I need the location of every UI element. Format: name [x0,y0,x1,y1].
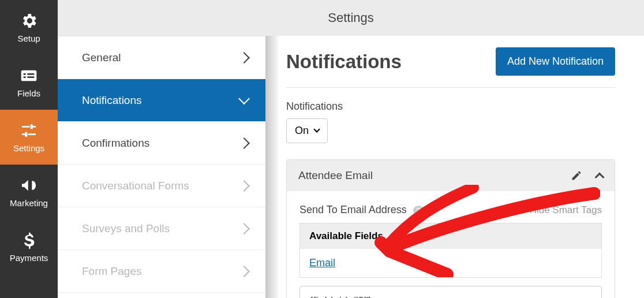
dollar-icon [20,231,38,249]
rail-payments-label: Payments [10,253,48,263]
panel-title: Attendee Email [298,169,373,182]
svg-rect-0 [21,70,37,81]
sliders-icon [20,121,38,140]
sub-general-label: General [82,51,121,64]
available-fields-box: Available Fields Email [299,223,602,278]
tags-icon [517,206,526,215]
rail-marketing[interactable]: Marketing [0,165,58,219]
rail-payments[interactable]: Payments [0,219,58,274]
rail-fields-label: Fields [17,88,40,98]
page-title: Notifications [286,51,402,73]
sub-conversational-label: Conversational Forms [82,180,189,192]
chevron-up-icon[interactable] [595,173,605,182]
send-to-input[interactable] [299,286,602,298]
panel-header: Attendee Email [287,160,615,191]
notifications-toggle[interactable]: On [286,118,328,143]
rail-fields[interactable]: Fields [0,55,58,110]
topbar-title: Settings [328,10,374,25]
sub-confirmations-label: Confirmations [82,137,149,150]
send-to-label: Send To Email Address ? [299,204,424,216]
sub-notifications-label: Notifications [82,94,142,107]
chevron-right-icon [238,137,250,149]
svg-rect-2 [24,76,26,78]
chevron-right-icon [238,180,250,192]
topbar: Settings [58,0,644,36]
hide-smart-tags[interactable]: Hide Smart Tags [517,204,602,216]
svg-rect-3 [27,73,34,75]
rail-settings-label: Settings [13,143,44,153]
sub-pages-label: Form Pages [82,265,141,278]
bullhorn-icon [20,176,38,195]
rail-marketing-label: Marketing [10,198,48,208]
chevron-down-icon [238,93,250,105]
chevron-right-icon [238,266,250,277]
available-fields-header: Available Fields [300,224,601,249]
hide-tags-label: Hide Smart Tags [530,204,602,216]
main-header: Notifications Add New Notification [286,47,615,88]
rail-setup[interactable]: Setup [0,0,58,55]
sub-notifications[interactable]: Notifications [58,79,265,122]
main-panel: Notifications Add New Notification Notif… [265,0,644,298]
svg-rect-4 [27,76,34,78]
chevron-right-icon [238,223,250,234]
pencil-icon[interactable] [571,170,582,181]
settings-submenu: General Notifications Confirmations Conv… [58,36,265,298]
chevron-down-icon [313,126,320,132]
notification-panel: Attendee Email Send To Email Address ? H… [286,159,615,298]
rail-setup-label: Setup [17,33,40,43]
help-icon[interactable]: ? [413,206,424,216]
sub-surveys-label: Surveys and Polls [82,222,170,235]
toggle-label: Notifications [286,100,615,113]
chevron-right-icon [238,52,250,64]
sub-conversational[interactable]: Conversational Forms [58,165,265,207]
gear-icon [20,12,38,30]
left-rail: Setup Fields Settings Marketing Payments [0,0,58,298]
sub-surveys[interactable]: Surveys and Polls [58,207,265,250]
sub-confirmations[interactable]: Confirmations [58,122,265,165]
list-icon [20,66,38,85]
sub-pages[interactable]: Form Pages [58,250,265,293]
add-notification-button[interactable]: Add New Notification [496,47,615,76]
svg-rect-1 [24,73,26,75]
rail-settings[interactable]: Settings [0,110,58,165]
sub-general[interactable]: General [58,36,265,79]
toggle-value: On [295,125,309,137]
field-email-link[interactable]: Email [309,257,335,269]
